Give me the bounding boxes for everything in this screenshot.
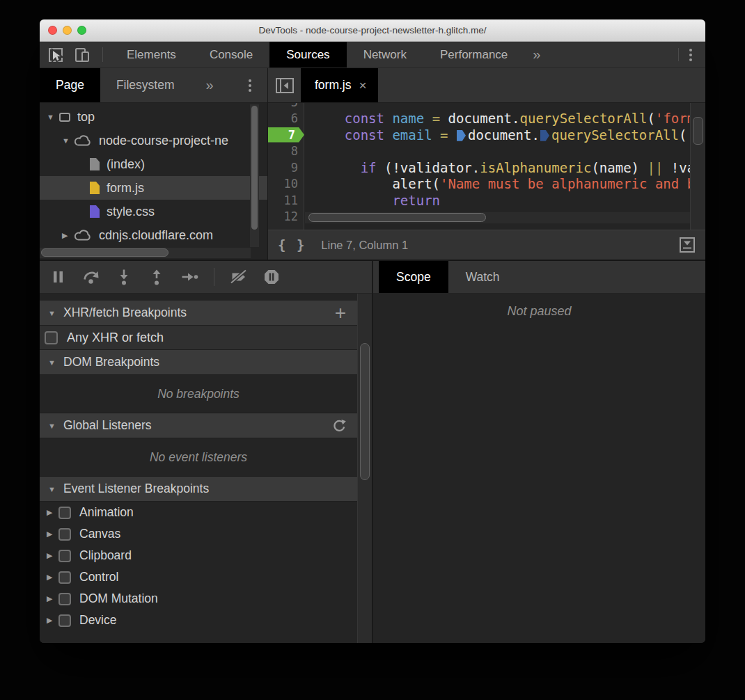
tree-item-form-js[interactable]: form.js xyxy=(40,176,267,200)
collapsed-arrow-icon[interactable]: ▶ xyxy=(47,551,58,560)
checkbox[interactable] xyxy=(58,614,71,627)
tab-filesystem[interactable]: Filesystem xyxy=(100,68,191,102)
more-panels-chevron[interactable]: » xyxy=(533,47,540,63)
section-header-xhr-fetch-breakpoints[interactable]: ▼XHR/fetch Breakpoints+ xyxy=(40,301,357,326)
pause-button[interactable] xyxy=(49,268,68,286)
device-toolbar-icon[interactable] xyxy=(72,45,93,65)
step-button[interactable] xyxy=(180,268,198,286)
collapsed-arrow-icon[interactable]: ▶ xyxy=(47,530,58,539)
checkbox[interactable] xyxy=(58,507,71,519)
deactivate-breakpoints-button[interactable] xyxy=(230,268,248,286)
editor-vertical-scrollbar[interactable] xyxy=(690,103,705,230)
tree-item-top[interactable]: ▼top xyxy=(40,105,267,129)
scrollbar-thumb[interactable] xyxy=(693,117,703,145)
sections-vertical-scrollbar[interactable] xyxy=(357,294,372,643)
event-category-animation[interactable]: ▶Animation xyxy=(40,502,357,523)
tab-network[interactable]: Network xyxy=(347,42,423,67)
code-text[interactable]: if (!validator.isAlphanumeric(name) || !… xyxy=(304,160,705,175)
tree-item-index[interactable]: (index) xyxy=(40,152,267,176)
close-tab-icon[interactable]: × xyxy=(359,78,367,93)
code-text[interactable]: alert('Name must be alphanumeric and bet… xyxy=(304,176,705,191)
tree-vertical-scrollbar[interactable] xyxy=(250,104,259,247)
collapsed-arrow-icon: ▶ xyxy=(62,231,74,240)
step-out-button[interactable] xyxy=(148,268,166,286)
pretty-print-icon[interactable]: { } xyxy=(278,237,306,253)
tab-console[interactable]: Console xyxy=(193,42,269,67)
tree-item-cdnjs-cloudflare-com[interactable]: ▶cdnjs.cloudflare.com xyxy=(40,223,267,247)
toggle-navigator-icon[interactable] xyxy=(275,77,295,95)
scrollbar-thumb[interactable] xyxy=(360,343,370,480)
step-into-button[interactable] xyxy=(115,268,133,286)
tab-elements[interactable]: Elements xyxy=(110,42,193,67)
tab-page[interactable]: Page xyxy=(40,68,100,102)
tree-item-node-course-project-ne[interactable]: ▼node-course-project-ne xyxy=(40,129,267,152)
event-category-canvas[interactable]: ▶Canvas xyxy=(40,523,357,545)
scrollbar-thumb[interactable] xyxy=(41,248,168,257)
expanded-arrow-icon: ▼ xyxy=(48,358,63,367)
code-editor[interactable]: 56 const name = document.querySelectorAl… xyxy=(268,103,705,230)
section-header-global-listeners[interactable]: ▼Global Listeners xyxy=(40,413,357,438)
tab-sources[interactable]: Sources xyxy=(269,42,346,67)
scrollbar-thumb[interactable] xyxy=(251,106,258,230)
tab-watch[interactable]: Watch xyxy=(448,261,517,293)
tree-horizontal-scrollbar[interactable] xyxy=(40,248,251,258)
editor-tab-form-js[interactable]: form.js × xyxy=(301,68,378,102)
collapsed-arrow-icon[interactable]: ▶ xyxy=(47,573,58,582)
code-text[interactable]: const name = document.querySelectorAll('… xyxy=(304,111,703,126)
gutter-line-number[interactable]: 10 xyxy=(268,176,304,193)
checkbox[interactable] xyxy=(58,571,71,584)
event-category-dom-mutation[interactable]: ▶DOM Mutation xyxy=(40,588,357,610)
scope-watch-panel: ScopeWatch Not paused xyxy=(373,261,705,643)
collapsed-arrow-icon[interactable]: ▶ xyxy=(47,508,58,517)
breakpoint-sections: ▼XHR/fetch Breakpoints+Any XHR or fetch▼… xyxy=(40,294,357,643)
event-category-device[interactable]: ▶Device xyxy=(40,610,357,631)
tree-item-style-css[interactable]: style.css xyxy=(40,200,267,223)
pause-on-exceptions-button[interactable] xyxy=(262,268,281,286)
event-category-label: DOM Mutation xyxy=(79,591,158,606)
kebab-menu-icon[interactable] xyxy=(238,68,262,102)
zoom-window-button[interactable] xyxy=(77,26,86,35)
gutter-line-number[interactable]: 6 xyxy=(268,111,304,127)
kebab-menu-icon[interactable] xyxy=(679,42,703,67)
event-category-control[interactable]: ▶Control xyxy=(40,566,357,588)
editor-status-bar: { } Line 7, Column 1 xyxy=(268,230,705,260)
more-tabs-chevron[interactable]: » xyxy=(206,77,214,93)
collapsed-arrow-icon[interactable]: ▶ xyxy=(47,616,58,625)
gutter-line-number[interactable]: 12 xyxy=(268,209,304,225)
code-text[interactable]: return xyxy=(304,193,440,208)
gutter-line-number[interactable]: 11 xyxy=(268,192,304,209)
step-over-button[interactable] xyxy=(82,268,100,286)
gutter-line-number[interactable]: 9 xyxy=(268,159,304,176)
expanded-arrow-icon: ▼ xyxy=(48,422,63,430)
checkbox[interactable] xyxy=(45,331,58,344)
collapsed-arrow-icon[interactable]: ▶ xyxy=(47,594,58,603)
inline-breakpoint-icon[interactable] xyxy=(540,130,549,141)
gutter-line-number[interactable]: 8 xyxy=(268,143,304,160)
section-header-event-listener-breakpoints[interactable]: ▼Event Listener Breakpoints xyxy=(40,477,357,502)
section-title: DOM Breakpoints xyxy=(63,355,159,369)
gutter-line-number[interactable]: 5 xyxy=(268,103,304,111)
breakpoint-entry-any-xhr-or-fetch[interactable]: Any XHR or fetch xyxy=(40,326,357,350)
inspect-icon[interactable] xyxy=(45,45,66,65)
refresh-button[interactable] xyxy=(332,419,346,433)
add-breakpoint-button[interactable]: + xyxy=(335,305,346,321)
event-category-clipboard[interactable]: ▶Clipboard xyxy=(40,545,357,566)
titlebar[interactable]: DevTools - node-course-project-newslette… xyxy=(40,19,705,42)
section-title: Event Listener Breakpoints xyxy=(63,482,209,496)
code-text[interactable]: const email = document.querySelectorAll(… xyxy=(304,127,695,143)
close-window-button[interactable] xyxy=(48,26,57,35)
section-header-dom-breakpoints[interactable]: ▼DOM Breakpoints xyxy=(40,350,357,375)
scrollbar-thumb[interactable] xyxy=(308,213,486,222)
editor-horizontal-scrollbar[interactable] xyxy=(305,212,690,223)
breakpoints-dock-icon[interactable] xyxy=(679,237,696,256)
checkbox[interactable] xyxy=(58,528,71,541)
inline-breakpoint-icon[interactable] xyxy=(457,130,466,141)
tab-performance[interactable]: Performance xyxy=(423,42,524,67)
code-line-10: 10 alert('Name must be alphanumeric and … xyxy=(268,176,705,193)
minimize-window-button[interactable] xyxy=(63,26,72,35)
checkbox[interactable] xyxy=(58,593,71,605)
checkbox[interactable] xyxy=(58,550,71,562)
panel-tabs: ElementsConsoleSourcesNetworkPerformance xyxy=(110,42,524,67)
tab-scope[interactable]: Scope xyxy=(379,261,448,293)
execution-line-marker[interactable]: 7 xyxy=(268,127,304,143)
